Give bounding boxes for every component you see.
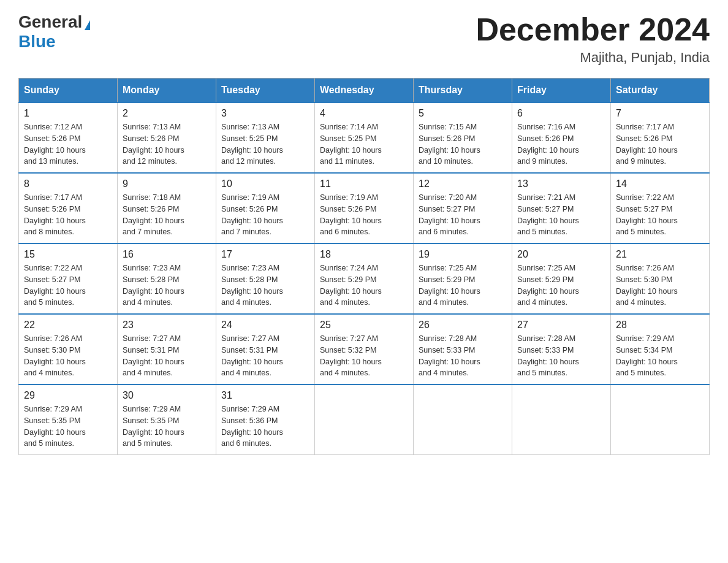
calendar-header-row: SundayMondayTuesdayWednesdayThursdayFrid… bbox=[19, 79, 710, 103]
col-header-monday: Monday bbox=[118, 79, 216, 103]
calendar-cell: 13 Sunrise: 7:21 AM Sunset: 5:27 PM Dayl… bbox=[512, 173, 611, 243]
day-number: 13 bbox=[517, 178, 605, 190]
calendar-cell: 21 Sunrise: 7:26 AM Sunset: 5:30 PM Dayl… bbox=[611, 243, 710, 314]
day-info: Sunrise: 7:15 AM Sunset: 5:26 PM Dayligh… bbox=[419, 121, 507, 167]
page-header: General Blue December 2024 Majitha, Punj… bbox=[18, 12, 710, 66]
calendar-cell: 10 Sunrise: 7:19 AM Sunset: 5:26 PM Dayl… bbox=[216, 173, 315, 243]
day-number: 31 bbox=[221, 390, 309, 401]
day-info: Sunrise: 7:29 AM Sunset: 5:34 PM Dayligh… bbox=[616, 333, 704, 379]
day-info: Sunrise: 7:29 AM Sunset: 5:36 PM Dayligh… bbox=[221, 404, 309, 450]
calendar-cell: 6 Sunrise: 7:16 AM Sunset: 5:26 PM Dayli… bbox=[512, 102, 611, 173]
calendar-cell: 31 Sunrise: 7:29 AM Sunset: 5:36 PM Dayl… bbox=[216, 385, 315, 455]
calendar-cell: 26 Sunrise: 7:28 AM Sunset: 5:33 PM Dayl… bbox=[414, 314, 512, 385]
day-info: Sunrise: 7:23 AM Sunset: 5:28 PM Dayligh… bbox=[221, 262, 309, 308]
day-number: 8 bbox=[24, 178, 112, 190]
calendar-week-2: 8 Sunrise: 7:17 AM Sunset: 5:26 PM Dayli… bbox=[19, 173, 710, 243]
calendar-cell: 5 Sunrise: 7:15 AM Sunset: 5:26 PM Dayli… bbox=[414, 102, 512, 173]
day-info: Sunrise: 7:23 AM Sunset: 5:28 PM Dayligh… bbox=[123, 262, 211, 308]
logo-blue-text: Blue bbox=[18, 32, 56, 52]
day-info: Sunrise: 7:25 AM Sunset: 5:29 PM Dayligh… bbox=[517, 262, 605, 308]
day-number: 19 bbox=[419, 249, 507, 260]
col-header-sunday: Sunday bbox=[19, 79, 118, 103]
logo-general-text: General bbox=[18, 12, 90, 32]
calendar-table: SundayMondayTuesdayWednesdayThursdayFrid… bbox=[18, 78, 710, 455]
calendar-cell: 9 Sunrise: 7:18 AM Sunset: 5:26 PM Dayli… bbox=[118, 173, 216, 243]
calendar-cell: 16 Sunrise: 7:23 AM Sunset: 5:28 PM Dayl… bbox=[118, 243, 216, 314]
col-header-wednesday: Wednesday bbox=[315, 79, 414, 103]
calendar-cell: 4 Sunrise: 7:14 AM Sunset: 5:25 PM Dayli… bbox=[315, 102, 414, 173]
calendar-week-4: 22 Sunrise: 7:26 AM Sunset: 5:30 PM Dayl… bbox=[19, 314, 710, 385]
day-number: 16 bbox=[123, 249, 211, 260]
day-info: Sunrise: 7:25 AM Sunset: 5:29 PM Dayligh… bbox=[419, 262, 507, 308]
calendar-cell: 18 Sunrise: 7:24 AM Sunset: 5:29 PM Dayl… bbox=[315, 243, 414, 314]
day-number: 15 bbox=[24, 249, 112, 260]
day-info: Sunrise: 7:18 AM Sunset: 5:26 PM Dayligh… bbox=[123, 192, 211, 238]
day-info: Sunrise: 7:26 AM Sunset: 5:30 PM Dayligh… bbox=[24, 333, 112, 379]
day-info: Sunrise: 7:29 AM Sunset: 5:35 PM Dayligh… bbox=[123, 404, 211, 450]
calendar-cell: 24 Sunrise: 7:27 AM Sunset: 5:31 PM Dayl… bbox=[216, 314, 315, 385]
calendar-cell: 25 Sunrise: 7:27 AM Sunset: 5:32 PM Dayl… bbox=[315, 314, 414, 385]
day-info: Sunrise: 7:28 AM Sunset: 5:33 PM Dayligh… bbox=[419, 333, 507, 379]
calendar-week-3: 15 Sunrise: 7:22 AM Sunset: 5:27 PM Dayl… bbox=[19, 243, 710, 314]
day-info: Sunrise: 7:22 AM Sunset: 5:27 PM Dayligh… bbox=[616, 192, 704, 238]
day-info: Sunrise: 7:14 AM Sunset: 5:25 PM Dayligh… bbox=[320, 121, 408, 167]
calendar-cell: 14 Sunrise: 7:22 AM Sunset: 5:27 PM Dayl… bbox=[611, 173, 710, 243]
col-header-thursday: Thursday bbox=[414, 79, 512, 103]
col-header-saturday: Saturday bbox=[611, 79, 710, 103]
day-info: Sunrise: 7:21 AM Sunset: 5:27 PM Dayligh… bbox=[517, 192, 605, 238]
calendar-cell: 7 Sunrise: 7:17 AM Sunset: 5:26 PM Dayli… bbox=[611, 102, 710, 173]
calendar-cell: 8 Sunrise: 7:17 AM Sunset: 5:26 PM Dayli… bbox=[19, 173, 118, 243]
calendar-cell: 23 Sunrise: 7:27 AM Sunset: 5:31 PM Dayl… bbox=[118, 314, 216, 385]
col-header-tuesday: Tuesday bbox=[216, 79, 315, 103]
day-info: Sunrise: 7:27 AM Sunset: 5:32 PM Dayligh… bbox=[320, 333, 408, 379]
day-info: Sunrise: 7:13 AM Sunset: 5:25 PM Dayligh… bbox=[221, 121, 309, 167]
logo-triangle-icon bbox=[85, 20, 90, 30]
day-number: 20 bbox=[517, 249, 605, 260]
day-number: 26 bbox=[419, 320, 507, 331]
day-number: 14 bbox=[616, 178, 704, 190]
day-number: 6 bbox=[517, 108, 605, 119]
calendar-cell: 19 Sunrise: 7:25 AM Sunset: 5:29 PM Dayl… bbox=[414, 243, 512, 314]
day-info: Sunrise: 7:22 AM Sunset: 5:27 PM Dayligh… bbox=[24, 262, 112, 308]
day-number: 3 bbox=[221, 108, 309, 119]
day-info: Sunrise: 7:17 AM Sunset: 5:26 PM Dayligh… bbox=[616, 121, 704, 167]
day-info: Sunrise: 7:20 AM Sunset: 5:27 PM Dayligh… bbox=[419, 192, 507, 238]
day-number: 1 bbox=[24, 108, 112, 119]
day-number: 24 bbox=[221, 320, 309, 331]
calendar-cell bbox=[611, 385, 710, 455]
day-info: Sunrise: 7:27 AM Sunset: 5:31 PM Dayligh… bbox=[123, 333, 211, 379]
day-info: Sunrise: 7:19 AM Sunset: 5:26 PM Dayligh… bbox=[320, 192, 408, 238]
day-number: 12 bbox=[419, 178, 507, 190]
col-header-friday: Friday bbox=[512, 79, 611, 103]
day-info: Sunrise: 7:19 AM Sunset: 5:26 PM Dayligh… bbox=[221, 192, 309, 238]
day-number: 18 bbox=[320, 249, 408, 260]
day-number: 17 bbox=[221, 249, 309, 260]
calendar-cell bbox=[315, 385, 414, 455]
day-number: 28 bbox=[616, 320, 704, 331]
day-number: 10 bbox=[221, 178, 309, 190]
calendar-week-1: 1 Sunrise: 7:12 AM Sunset: 5:26 PM Dayli… bbox=[19, 102, 710, 173]
day-number: 7 bbox=[616, 108, 704, 119]
calendar-cell: 30 Sunrise: 7:29 AM Sunset: 5:35 PM Dayl… bbox=[118, 385, 216, 455]
location-text: Majitha, Punjab, India bbox=[476, 50, 710, 66]
calendar-cell: 17 Sunrise: 7:23 AM Sunset: 5:28 PM Dayl… bbox=[216, 243, 315, 314]
month-title: December 2024 bbox=[476, 12, 710, 47]
day-number: 29 bbox=[24, 390, 112, 401]
day-info: Sunrise: 7:17 AM Sunset: 5:26 PM Dayligh… bbox=[24, 192, 112, 238]
day-info: Sunrise: 7:26 AM Sunset: 5:30 PM Dayligh… bbox=[616, 262, 704, 308]
day-number: 2 bbox=[123, 108, 211, 119]
day-info: Sunrise: 7:13 AM Sunset: 5:26 PM Dayligh… bbox=[123, 121, 211, 167]
day-number: 9 bbox=[123, 178, 211, 190]
calendar-cell: 12 Sunrise: 7:20 AM Sunset: 5:27 PM Dayl… bbox=[414, 173, 512, 243]
title-block: December 2024 Majitha, Punjab, India bbox=[476, 12, 710, 66]
day-info: Sunrise: 7:28 AM Sunset: 5:33 PM Dayligh… bbox=[517, 333, 605, 379]
calendar-cell: 29 Sunrise: 7:29 AM Sunset: 5:35 PM Dayl… bbox=[19, 385, 118, 455]
calendar-cell: 22 Sunrise: 7:26 AM Sunset: 5:30 PM Dayl… bbox=[19, 314, 118, 385]
calendar-cell: 28 Sunrise: 7:29 AM Sunset: 5:34 PM Dayl… bbox=[611, 314, 710, 385]
day-number: 21 bbox=[616, 249, 704, 260]
day-number: 5 bbox=[419, 108, 507, 119]
calendar-cell: 11 Sunrise: 7:19 AM Sunset: 5:26 PM Dayl… bbox=[315, 173, 414, 243]
calendar-cell: 1 Sunrise: 7:12 AM Sunset: 5:26 PM Dayli… bbox=[19, 102, 118, 173]
day-number: 23 bbox=[123, 320, 211, 331]
calendar-cell: 15 Sunrise: 7:22 AM Sunset: 5:27 PM Dayl… bbox=[19, 243, 118, 314]
